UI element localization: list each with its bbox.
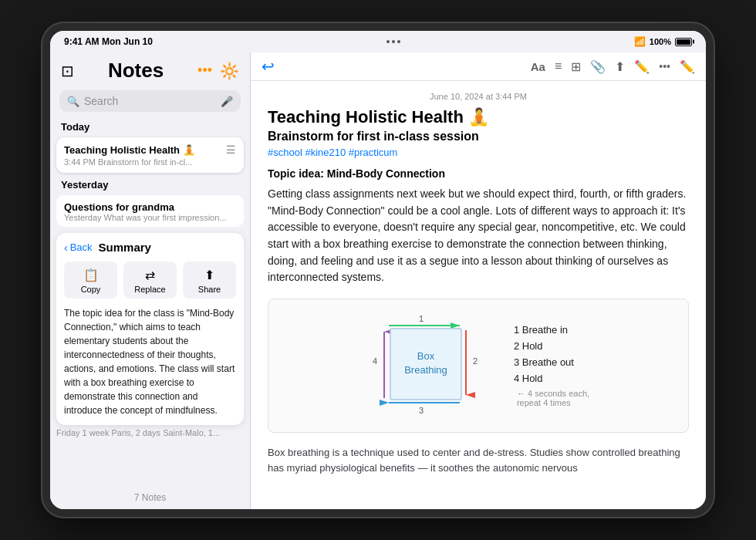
svg-text:4: 4 xyxy=(373,356,377,366)
diagram-step-3: 3 Breathe out xyxy=(514,356,589,368)
box-diagram: 1 2 3 4 xyxy=(367,312,491,420)
status-dot-1 xyxy=(386,40,390,43)
svg-text:1: 1 xyxy=(419,314,424,323)
compose-icon[interactable]: ✏️ xyxy=(680,59,695,74)
status-time: 9:41 AM Mon Jun 10 xyxy=(64,36,153,47)
summary-title: Summary xyxy=(99,241,151,254)
battery-fill xyxy=(677,39,690,45)
status-dot-3 xyxy=(397,40,400,43)
status-dot-2 xyxy=(392,40,395,43)
search-bar[interactable]: 🔍 Search 🎤 xyxy=(59,90,241,112)
status-bar: 9:41 AM Mon Jun 10 📶 100% xyxy=(50,31,706,52)
more-toolbar-icon[interactable]: ••• xyxy=(659,60,670,73)
status-center xyxy=(386,40,400,43)
diagram-container: 1 2 3 4 xyxy=(268,299,689,433)
section-today-label: Today xyxy=(50,118,250,137)
diagram-step-1: 1 Breathe in xyxy=(514,324,589,336)
back-label: Back xyxy=(70,241,93,253)
app-content: ⊡ Notes ••• 🔆 🔍 Search 🎤 Today Teaching … xyxy=(50,52,706,509)
replace-label: Replace xyxy=(134,285,165,294)
toolbar-left: ↩ xyxy=(262,57,275,76)
svg-text:Breathing: Breathing xyxy=(404,364,447,376)
search-placeholder[interactable]: Search xyxy=(84,95,216,107)
summary-nav: ‹ Back Summary xyxy=(64,241,236,254)
format-icon[interactable]: Aa xyxy=(531,60,545,73)
sidebar-title: Notes xyxy=(108,59,164,83)
sidebar-footer: 7 Notes xyxy=(50,486,250,509)
sidebar: ⊡ Notes ••• 🔆 🔍 Search 🎤 Today Teaching … xyxy=(50,52,251,509)
ipad-frame: 9:41 AM Mon Jun 10 📶 100% ⊡ Notes ••• 🔆 xyxy=(42,23,714,517)
battery-icon xyxy=(675,38,692,46)
share-icon[interactable]: ⬆ xyxy=(615,59,625,74)
table-icon[interactable]: ⊞ xyxy=(571,59,581,74)
sidebar-icons: ••• 🔆 xyxy=(197,62,239,80)
note-paragraph-2: Box breathing is a technique used to cen… xyxy=(268,445,689,491)
copy-button[interactable]: 📋 Copy xyxy=(64,262,117,299)
note-lines-icon: ☰ xyxy=(226,143,236,156)
box-breathing-svg: 1 2 3 4 xyxy=(367,312,491,420)
summary-actions: 📋 Copy ⇄ Replace ⬆ Share xyxy=(64,262,236,299)
replace-icon: ⇄ xyxy=(145,268,155,282)
note-title-today: Teaching Holistic Health 🧘 xyxy=(64,144,195,156)
share-summary-button[interactable]: ⬆ Share xyxy=(183,262,236,299)
markup-icon[interactable]: ✏️ xyxy=(634,59,650,74)
note-subheading: Brainstorm for first in-class session xyxy=(268,130,689,143)
attach-icon[interactable]: 📎 xyxy=(590,59,606,74)
wifi-icon: 📶 xyxy=(634,36,646,47)
copy-icon: 📋 xyxy=(83,268,99,282)
toolbar-right: Aa ≡ ⊞ 📎 ⬆ ✏️ ••• ✏️ xyxy=(531,59,695,74)
share-summary-icon: ⬆ xyxy=(204,268,214,282)
diagram-step-4: 4 Hold xyxy=(514,373,589,384)
note-item-header: Teaching Holistic Health 🧘 ☰ xyxy=(64,143,236,156)
undo-icon[interactable]: ↩ xyxy=(262,57,275,76)
summary-panel: ‹ Back Summary 📋 Copy ⇄ Replace xyxy=(56,233,244,425)
note-main: ↩ Aa ≡ ⊞ 📎 ⬆ ✏️ ••• ✏️ June 10, 2024 at … xyxy=(251,52,706,509)
replace-button[interactable]: ⇄ Replace xyxy=(123,262,177,299)
share-label: Share xyxy=(198,285,221,294)
svg-text:Box: Box xyxy=(417,350,435,362)
prev-note[interactable]: Friday 1 week Paris, 2 days Saint-Malo, … xyxy=(50,428,250,440)
prev-note-meta: Friday 1 week Paris, 2 days Saint-Malo, … xyxy=(56,428,244,437)
note-body[interactable]: June 10, 2024 at 3:44 PM Teaching Holist… xyxy=(251,81,706,509)
new-note-button[interactable]: 🔆 xyxy=(220,62,239,80)
summary-text: The topic idea for the class is "Mind-Bo… xyxy=(64,306,236,417)
note-item-yesterday[interactable]: Questions for grandma Yesterday What was… xyxy=(56,195,244,227)
note-paragraph-1: Getting class assignments next week but … xyxy=(268,186,689,286)
back-chevron-icon: ‹ xyxy=(64,241,68,254)
back-button[interactable]: ‹ Back xyxy=(64,241,93,254)
sidebar-toggle-icon[interactable]: ⊡ xyxy=(61,62,74,80)
search-glass-icon: 🔍 xyxy=(67,96,79,107)
more-options-button[interactable]: ••• xyxy=(197,62,212,79)
svg-text:3: 3 xyxy=(419,406,424,415)
notes-count: 7 Notes xyxy=(134,492,166,503)
note-toolbar: ↩ Aa ≡ ⊞ 📎 ⬆ ✏️ ••• ✏️ xyxy=(251,52,706,81)
svg-text:2: 2 xyxy=(473,356,478,366)
section-yesterday-label: Yesterday xyxy=(50,176,250,195)
note-title-yesterday: Questions for grandma xyxy=(64,201,236,213)
battery-percent: 100% xyxy=(650,37,671,46)
note-tags: #school #kine210 #practicum xyxy=(268,147,689,158)
search-mic-icon[interactable]: 🎤 xyxy=(221,96,233,107)
note-topic-label: Topic idea: Mind-Body Connection xyxy=(268,167,689,180)
note-item-active[interactable]: Teaching Holistic Health 🧘 ☰ 3:44 PM Bra… xyxy=(56,137,244,173)
diagram-step-2: 2 Hold xyxy=(514,340,589,352)
checklist-icon[interactable]: ≡ xyxy=(555,59,562,73)
diagram-note: ← 4 seconds each, repeat 4 times xyxy=(517,389,589,407)
status-right: 📶 100% xyxy=(634,36,692,47)
copy-label: Copy xyxy=(81,285,101,294)
note-date: June 10, 2024 at 3:44 PM xyxy=(268,92,689,101)
note-meta-yesterday: Yesterday What was your first impression… xyxy=(64,213,236,222)
note-heading: Teaching Holistic Health 🧘 xyxy=(268,107,689,127)
note-meta-today: 3:44 PM Brainstorm for first in-cl... xyxy=(64,157,236,167)
sidebar-header: ⊡ Notes ••• 🔆 xyxy=(50,52,250,87)
diagram-labels: 1 Breathe in 2 Hold 3 Breathe out 4 Hold… xyxy=(514,324,589,407)
